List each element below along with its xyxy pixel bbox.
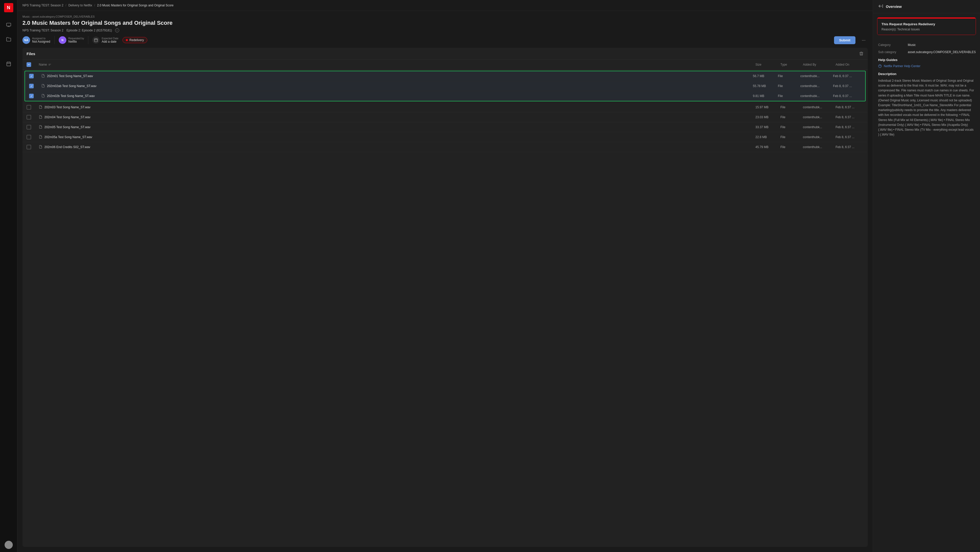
breadcrumb-sep-1: / xyxy=(65,3,66,7)
collapse-panel-button[interactable] xyxy=(878,3,883,10)
svg-rect-5 xyxy=(94,39,97,42)
row-check-8 xyxy=(27,145,37,149)
file-checkbox-4[interactable] xyxy=(27,105,31,110)
info-icon[interactable]: i xyxy=(115,28,119,32)
sidebar-icon-folder[interactable] xyxy=(4,35,13,44)
redelivery-warning-title: This Request Requires Redelivery xyxy=(881,22,972,26)
row-check-2 xyxy=(29,84,39,88)
netflix-logo[interactable]: N xyxy=(4,3,13,12)
table-row[interactable]: 202m03 Test Song Name_ST.wav 15.97 MB Fi… xyxy=(22,102,868,112)
file-addedon-5: Feb 8, 6:37 ... xyxy=(835,115,864,119)
file-type-4: File xyxy=(780,105,801,109)
row-check-6 xyxy=(27,125,37,129)
divider-2 xyxy=(88,36,88,44)
file-addedon-2: Feb 8, 6:37 ... xyxy=(833,84,861,88)
file-addedon-4: Feb 8, 6:37 ... xyxy=(835,105,864,109)
netflix-partner-help-link[interactable]: Netflix Partner Help Center xyxy=(878,64,975,68)
meta-episode: Episode 2: Episode 2 (81579181) xyxy=(67,29,112,32)
file-name-1: 202m01 Test Song Name_ST.wav xyxy=(47,74,751,78)
breadcrumb: NPS Training TEST: Season 2 / Delivery t… xyxy=(18,0,873,11)
breadcrumb-sep-2: / xyxy=(94,3,95,7)
row-check-3 xyxy=(29,94,39,98)
user-avatar-small[interactable] xyxy=(5,541,13,549)
files-table: Name Size Type Added By Added On xyxy=(22,60,868,152)
delete-button[interactable] xyxy=(859,51,864,56)
breadcrumb-item-3: 2.0 Music Masters for Original Songs and… xyxy=(97,3,173,7)
file-checkbox-7[interactable] xyxy=(27,135,31,139)
right-panel: Overview This Request Requires Redeliver… xyxy=(873,0,980,552)
files-section: Files xyxy=(22,48,868,547)
table-row[interactable]: 202m05 Test Song Name_ST.wav 33.37 MB Fi… xyxy=(22,122,868,132)
files-rows: 202m01 Test Song Name_ST.wav 56.7 MB Fil… xyxy=(22,70,868,152)
table-row[interactable]: 202m02ab Test Song Name_ST.wav 55.78 MB … xyxy=(25,81,865,91)
file-checkbox-6[interactable] xyxy=(27,125,31,129)
subcategory-label: Sub category xyxy=(878,50,904,54)
file-addedby-4: contenthubk... xyxy=(803,105,834,109)
help-link-text: Netflix Partner Help Center xyxy=(884,64,920,68)
overview-title: Overview xyxy=(886,5,902,9)
sidebar-bottom xyxy=(5,541,13,549)
sidebar-icon-monitor[interactable] xyxy=(4,21,13,30)
sidebar-icons xyxy=(4,21,13,69)
assigned-to-block[interactable]: NA Assigned to Not Assigned xyxy=(22,36,50,44)
file-name-5: 202m04 Test Song Name_ST.wav xyxy=(45,115,753,119)
breadcrumb-item-2[interactable]: Delivery to Netflix xyxy=(68,3,92,7)
table-row[interactable]: 202m05a Test Song Name_ST.wav 22.8 MB Fi… xyxy=(22,132,868,142)
files-header: Files xyxy=(22,48,868,60)
file-icon-6 xyxy=(39,125,42,129)
requested-by-block[interactable]: N Requested by Netflix xyxy=(59,36,84,44)
file-checkbox-2[interactable] xyxy=(29,84,34,88)
toolbar: NA Assigned to Not Assigned N Requested … xyxy=(18,32,873,48)
requested-label: Requested by xyxy=(68,37,84,40)
table-row[interactable]: 202m02b Test Song Name_ST.wav 9.81 MB Fi… xyxy=(25,91,865,101)
breadcrumb-item-1[interactable]: NPS Training TEST: Season 2 xyxy=(22,3,64,7)
assigned-avatar: NA xyxy=(22,36,30,44)
table-row[interactable]: 202m06 End Credits S02_ST.wav 45.79 MB F… xyxy=(22,142,868,152)
divider-1 xyxy=(54,36,55,44)
file-checkbox-5[interactable] xyxy=(27,115,31,120)
file-checkbox-3[interactable] xyxy=(29,94,34,98)
sidebar-icon-calendar[interactable] xyxy=(4,59,13,69)
file-checkbox-8[interactable] xyxy=(27,145,31,149)
file-addedby-6: contenthubk... xyxy=(803,125,834,129)
file-size-5: 23.03 MB xyxy=(756,115,778,119)
file-addedby-1: contenthubk... xyxy=(800,74,831,78)
expected-date-text: Expected Date Add a date xyxy=(102,37,118,43)
row-check-7 xyxy=(27,135,37,139)
expected-date-block[interactable]: Expected Date Add a date xyxy=(92,37,118,44)
col-addedon-header: Added On xyxy=(835,63,864,66)
file-type-7: File xyxy=(780,135,801,139)
page-subtitle: Music - asset.subcategory.COMPOSER_DELIV… xyxy=(22,15,868,18)
meta-show: NPS Training TEST: Season 2 xyxy=(22,29,64,32)
category-label: Category xyxy=(878,43,904,47)
sort-icon[interactable] xyxy=(48,63,52,66)
help-guides-title: Help Guides xyxy=(878,58,975,62)
file-icon-1 xyxy=(41,74,45,78)
expected-date-label: Expected Date xyxy=(102,37,118,40)
subcategory-value: asset.subcategory.COMPOSER_DELIVERABLES xyxy=(908,50,976,54)
redelivery-warning: This Request Requires Redelivery Reason(… xyxy=(877,18,976,35)
row-check-1 xyxy=(29,74,39,78)
file-checkbox-1[interactable] xyxy=(29,74,34,78)
file-addedby-3: contenthubk... xyxy=(800,94,831,98)
table-row[interactable]: 202m04 Test Song Name_ST.wav 23.03 MB Fi… xyxy=(22,112,868,122)
file-icon-2 xyxy=(41,84,45,88)
file-addedon-3: Feb 8, 6:37 ... xyxy=(833,94,861,98)
select-all-checkbox[interactable] xyxy=(27,62,31,67)
more-options-button[interactable]: ··· xyxy=(859,36,868,44)
col-size-header: Size xyxy=(756,63,778,66)
files-title: Files xyxy=(27,51,35,56)
file-addedby-2: contenthubk... xyxy=(800,84,831,88)
col-addedby-header: Added By xyxy=(803,63,834,66)
redelivery-badge[interactable]: Redelivery xyxy=(123,37,147,43)
requested-value: Netflix xyxy=(68,40,84,43)
requested-avatar: N xyxy=(59,36,66,44)
submit-button[interactable]: Submit xyxy=(834,36,856,44)
file-icon-4 xyxy=(39,105,42,110)
file-size-7: 22.8 MB xyxy=(756,135,778,139)
file-icon-5 xyxy=(39,115,42,120)
category-value: Music xyxy=(908,43,916,47)
col-type-header: Type xyxy=(780,63,801,66)
file-type-6: File xyxy=(780,125,801,129)
table-row[interactable]: 202m01 Test Song Name_ST.wav 56.7 MB Fil… xyxy=(25,71,865,81)
